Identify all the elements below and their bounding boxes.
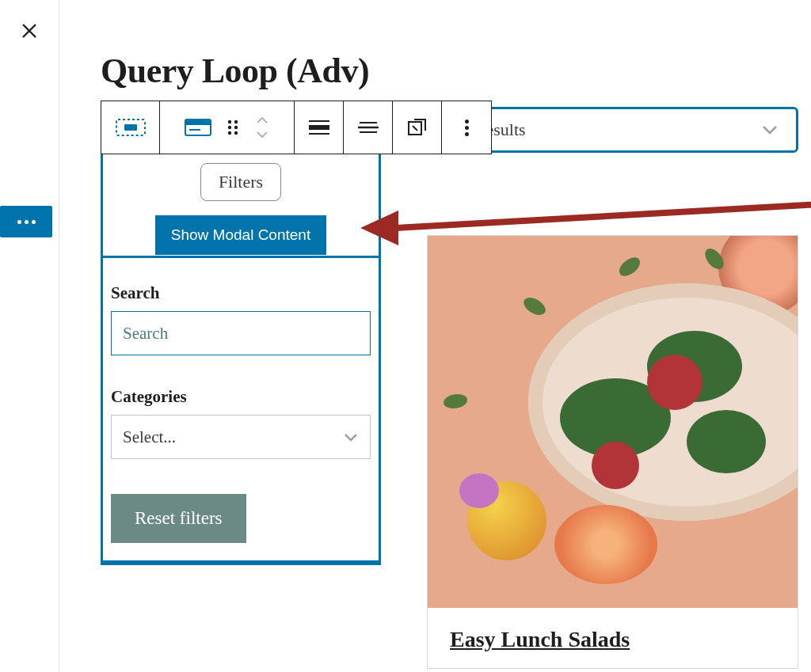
svg-point-7 bbox=[227, 126, 230, 129]
toolbar-more-options[interactable] bbox=[442, 101, 491, 154]
search-input[interactable] bbox=[111, 311, 371, 355]
toolbar-overlap[interactable] bbox=[393, 101, 442, 154]
categories-selected-value: Select... bbox=[123, 427, 176, 447]
svg-rect-3 bbox=[185, 120, 211, 125]
svg-rect-12 bbox=[309, 125, 329, 130]
editor-gutter bbox=[0, 0, 59, 672]
toolbar-drag-handle[interactable] bbox=[222, 113, 244, 142]
svg-point-9 bbox=[227, 131, 230, 135]
svg-point-10 bbox=[234, 131, 237, 135]
toolbar-block-type[interactable] bbox=[181, 113, 215, 142]
svg-point-8 bbox=[234, 126, 237, 129]
chevron-down-icon bbox=[761, 124, 779, 135]
close-icon[interactable] bbox=[21, 22, 38, 40]
toolbar-move-updown[interactable] bbox=[250, 113, 274, 142]
search-label: Search bbox=[111, 283, 371, 303]
filter-panel: Filters Show Modal Content Search Catego… bbox=[101, 139, 381, 565]
result-card-title[interactable]: Easy Lunch Salads bbox=[428, 608, 798, 668]
chevron-down-icon bbox=[343, 431, 359, 442]
more-icon bbox=[465, 117, 469, 139]
toolbar-parent-block[interactable] bbox=[101, 101, 160, 154]
block-toolbar bbox=[101, 101, 492, 154]
show-modal-content-button[interactable]: Show Modal Content bbox=[155, 215, 326, 255]
result-card-image bbox=[428, 236, 798, 608]
categories-select[interactable]: Select... bbox=[111, 415, 371, 459]
block-nav-tab[interactable] bbox=[0, 206, 52, 237]
svg-rect-1 bbox=[124, 124, 137, 131]
svg-point-5 bbox=[227, 120, 230, 123]
reset-filters-button[interactable]: Reset filters bbox=[111, 494, 246, 543]
result-card[interactable]: Easy Lunch Salads bbox=[427, 235, 798, 669]
toolbar-align-full[interactable] bbox=[295, 101, 344, 154]
toolbar-align-center[interactable] bbox=[344, 101, 393, 154]
page-title: Query Loop (Adv) bbox=[101, 51, 811, 91]
categories-label: Categories bbox=[111, 387, 371, 407]
filters-button[interactable]: Filters bbox=[200, 163, 281, 201]
svg-point-6 bbox=[234, 120, 237, 123]
